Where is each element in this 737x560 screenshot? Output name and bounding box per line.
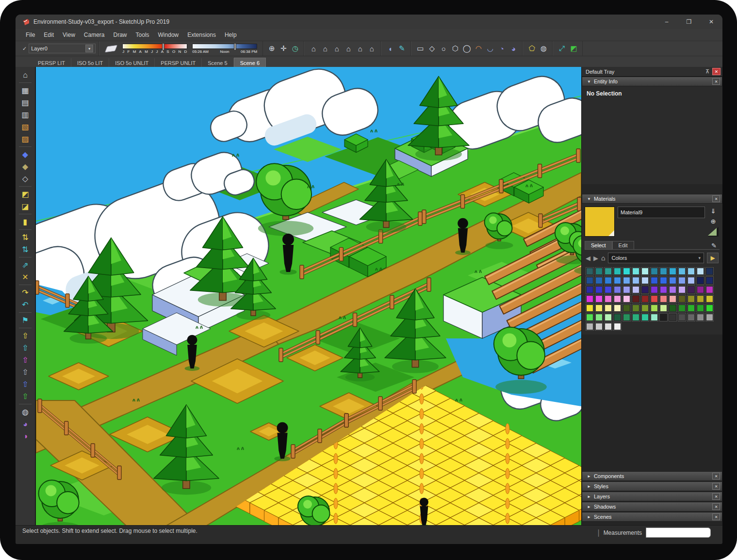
- position-camera-icon[interactable]: ◖: [384, 43, 396, 54]
- color-swatch-r2c9[interactable]: [669, 286, 677, 294]
- color-swatch-r1c9[interactable]: [669, 276, 677, 285]
- section-scenes[interactable]: ►Scenes✕: [582, 512, 722, 522]
- scene-tab-persp-unlit[interactable]: PERSP UNLIT: [155, 58, 202, 68]
- expand-arrow-icon[interactable]: ►: [587, 484, 591, 489]
- entity-info-header[interactable]: ▼ Entity Info ✕: [582, 77, 722, 86]
- color-swatch-r2c4[interactable]: [622, 286, 631, 294]
- scene-tab-iso-5o-unlit[interactable]: ISO 5o UNLIT: [109, 58, 155, 68]
- color-swatch-r2c11[interactable]: [687, 286, 695, 294]
- stretch-diagonal-icon[interactable]: ⇗: [18, 259, 32, 271]
- view-top-icon[interactable]: ⌂: [319, 43, 331, 54]
- color-swatch-r5c8[interactable]: [659, 313, 668, 321]
- solid-box-icon[interactable]: ◆: [18, 148, 32, 160]
- layer-visible-check[interactable]: ✓: [22, 46, 27, 52]
- menu-edit[interactable]: Edit: [39, 30, 58, 40]
- color-swatch-r0c1[interactable]: [595, 267, 603, 275]
- scene-tab-scene-5[interactable]: Scene 5: [202, 58, 233, 68]
- color-swatch-r1c12[interactable]: [696, 276, 704, 285]
- back-arrow-icon[interactable]: ◀: [586, 255, 590, 262]
- home-icon[interactable]: ⌂: [601, 254, 605, 262]
- view-right-icon[interactable]: ⌂: [343, 43, 354, 54]
- annotate-component-icon[interactable]: ▥: [18, 109, 32, 121]
- entity-info-close-icon[interactable]: ✕: [712, 78, 720, 85]
- sample-paint-icon[interactable]: ✎: [711, 242, 720, 249]
- offset-tool-icon[interactable]: ◩: [568, 43, 579, 54]
- arc-tool-icon[interactable]: ◠: [473, 43, 484, 54]
- extrude-cyan-icon[interactable]: ⇧: [18, 342, 32, 354]
- color-swatch-r5c6[interactable]: [641, 313, 649, 321]
- color-swatch-r4c9[interactable]: [669, 304, 677, 312]
- color-swatch-r3c4[interactable]: [622, 295, 631, 303]
- shadow-toggle-icon[interactable]: [105, 45, 117, 52]
- circle-tool-icon[interactable]: ○: [438, 43, 449, 54]
- color-swatch-r6c0[interactable]: [586, 322, 594, 331]
- menu-extensions[interactable]: Extensions: [183, 30, 220, 40]
- color-swatch-r3c2[interactable]: [604, 295, 612, 303]
- color-swatch-r3c11[interactable]: [687, 295, 695, 303]
- color-swatch-r1c1[interactable]: [595, 276, 603, 285]
- menu-window[interactable]: Window: [154, 30, 183, 40]
- color-swatch-r0c0[interactable]: [586, 267, 594, 275]
- color-swatch-r0c3[interactable]: [613, 267, 622, 275]
- color-swatch-r2c5[interactable]: [632, 286, 640, 294]
- rectangle-tool-icon[interactable]: ▭: [414, 43, 426, 54]
- bend-down-icon[interactable]: ↶: [18, 299, 32, 311]
- materials-tab-edit[interactable]: Edit: [612, 241, 634, 249]
- pinch-tool-icon[interactable]: ✕: [18, 271, 32, 283]
- close-button[interactable]: ✕: [700, 15, 722, 29]
- scale-tool-icon[interactable]: ⤢: [556, 43, 568, 54]
- zoom-extents-icon[interactable]: ◷: [289, 43, 301, 54]
- plane-swatch-icon[interactable]: ◩: [18, 188, 32, 200]
- section-styles[interactable]: ►Styles✕: [582, 481, 722, 491]
- color-swatch-r0c6[interactable]: [641, 267, 649, 275]
- paint-details-icon[interactable]: ▶: [707, 253, 719, 263]
- section-components[interactable]: ►Components✕: [582, 471, 722, 481]
- color-swatch-r4c1[interactable]: [595, 304, 603, 312]
- color-swatch-r1c13[interactable]: [705, 276, 714, 285]
- color-swatch-r5c3[interactable]: [613, 313, 622, 321]
- polygon-tool-icon[interactable]: ⬡: [449, 43, 461, 54]
- materials-header[interactable]: ▼ Materials ✕: [582, 194, 722, 204]
- section-shadows[interactable]: ►Shadows✕: [582, 502, 722, 512]
- color-swatch-r4c2[interactable]: [604, 304, 612, 312]
- sphere-facet-icon[interactable]: ◑: [18, 430, 32, 442]
- view-left-icon[interactable]: ⌂: [366, 43, 377, 54]
- color-swatch-r2c3[interactable]: [613, 286, 622, 294]
- menu-help[interactable]: Help: [220, 30, 241, 40]
- measurements-input[interactable]: [646, 528, 711, 538]
- color-swatch-r1c7[interactable]: [650, 276, 658, 285]
- color-swatch-r3c13[interactable]: [705, 295, 714, 303]
- color-swatch-r0c11[interactable]: [687, 267, 695, 275]
- color-swatch-r5c12[interactable]: [696, 313, 704, 321]
- layer-dropdown[interactable]: Layer0 ▾: [29, 44, 96, 53]
- edit-component-icon[interactable]: ▦: [18, 84, 32, 96]
- sector-tool-icon[interactable]: ◕: [508, 43, 519, 54]
- wire-box-icon[interactable]: ◇: [18, 173, 32, 185]
- color-swatch-r2c10[interactable]: [678, 286, 686, 294]
- color-swatch-r6c3[interactable]: [613, 322, 622, 331]
- smoove-tool-icon[interactable]: ◍: [538, 43, 549, 54]
- pan-icon[interactable]: ✛: [278, 43, 289, 54]
- swap-component-icon[interactable]: ▨: [18, 133, 32, 145]
- color-swatch-r1c3[interactable]: [613, 276, 622, 285]
- pie-tool-icon[interactable]: ◔: [496, 43, 508, 54]
- color-swatch-r5c5[interactable]: [632, 313, 640, 321]
- color-swatch-r2c6[interactable]: [641, 286, 649, 294]
- view-iso-icon[interactable]: ⌂: [308, 43, 319, 54]
- color-swatch-r6c2[interactable]: [604, 322, 612, 331]
- color-swatch-r1c8[interactable]: [659, 276, 668, 285]
- column-tool-icon[interactable]: ▮: [18, 216, 32, 228]
- section-close-icon[interactable]: ✕: [712, 493, 720, 500]
- sphere-bag-icon[interactable]: ◕: [18, 418, 32, 430]
- color-swatch-r3c3[interactable]: [613, 295, 622, 303]
- color-swatch-r3c8[interactable]: [659, 295, 668, 303]
- color-swatch-r5c4[interactable]: [622, 313, 631, 321]
- extrude-yellow-icon[interactable]: ⇧: [18, 330, 32, 342]
- color-swatch-r3c5[interactable]: [632, 295, 640, 303]
- date-slider-handle[interactable]: [162, 43, 164, 50]
- collapse-arrow-icon[interactable]: ▼: [587, 197, 591, 201]
- color-swatch-r2c7[interactable]: [650, 286, 658, 294]
- freehand-polygon-tool-icon[interactable]: ⬠: [526, 43, 538, 54]
- color-swatch-r5c9[interactable]: [669, 313, 677, 321]
- sphere-wire-icon[interactable]: ◍: [18, 406, 32, 418]
